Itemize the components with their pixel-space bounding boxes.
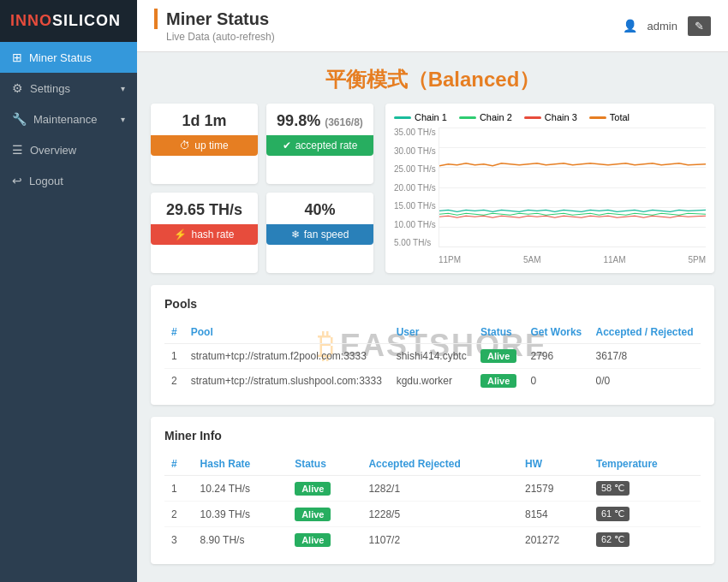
- main-content: Miner Status Live Data (auto-refresh) 👤 …: [137, 0, 728, 582]
- col-num: #: [164, 321, 184, 344]
- sidebar-item-logout[interactable]: ↩ Logout: [0, 165, 137, 196]
- sidebar-item-label: Settings: [30, 82, 70, 95]
- accepted-icon: ✔: [283, 140, 291, 151]
- logo-text: INNOSILICON: [10, 12, 121, 29]
- sidebar-item-maintenance[interactable]: 🔧 Maintenance ▾: [0, 104, 137, 134]
- status-badge: Alive: [480, 349, 516, 363]
- page-subtitle: Live Data (auto-refresh): [154, 31, 275, 43]
- stats-chart-row: 1d 1m ⏱ up time 99.8% (3616/8) ✔ accepte…: [151, 104, 714, 273]
- col-status: Status: [288, 453, 361, 476]
- grid-line: [439, 187, 706, 188]
- sidebar: INNOSILICON ⊞ Miner Status ⚙ Settings ▾ …: [0, 0, 137, 582]
- pools-table: # Pool User Status Get Works Accepted / …: [164, 321, 701, 393]
- admin-label: admin: [647, 20, 677, 33]
- status-badge: Alive: [295, 482, 331, 496]
- fan-speed-value: 40%: [273, 201, 367, 219]
- sidebar-item-overview[interactable]: ☰ Overview: [0, 134, 137, 165]
- settings-icon: ⚙: [12, 81, 23, 95]
- pools-title: Pools: [164, 297, 701, 311]
- hash-rate-value: 29.65 TH/s: [158, 201, 251, 219]
- sidebar-item-label: Miner Status: [29, 51, 92, 64]
- temp-badge: 62 ℃: [596, 532, 630, 547]
- total-color: [589, 116, 606, 119]
- legend-chain2: Chain 2: [459, 112, 512, 122]
- chain3-color: [524, 116, 541, 119]
- col-num: #: [164, 453, 194, 476]
- content-area: 平衡模式（Balanced） 1d 1m ⏱ up time 99.8% (36…: [137, 52, 728, 582]
- uptime-value: 1d 1m: [158, 112, 251, 130]
- table-row: 2 stratum+tcp://stratum.slushpool.com:33…: [164, 369, 701, 394]
- grid-line: [439, 207, 706, 208]
- fan-icon: ❄: [291, 229, 300, 241]
- col-status: Status: [474, 321, 523, 344]
- stat-hash-rate: 29.65 TH/s ⚡ hash rate: [151, 193, 258, 273]
- sidebar-item-miner-status[interactable]: ⊞ Miner Status: [0, 42, 137, 73]
- temp-badge: 61 ℃: [596, 507, 630, 521]
- col-get-works: Get Works: [523, 321, 588, 344]
- grid-line: [439, 227, 706, 228]
- chain2-color: [459, 116, 476, 119]
- status-badge: Alive: [295, 508, 331, 521]
- x-axis-labels: 11PM 5AM 11AM 5PM: [439, 255, 706, 264]
- col-accepted-rejected: Accepted / Rejected: [589, 321, 701, 344]
- edit-button[interactable]: ✎: [688, 16, 711, 36]
- balance-mode-label: 平衡模式（Balanced）: [151, 66, 714, 93]
- grid-line: [439, 167, 706, 168]
- maintenance-icon: 🔧: [12, 112, 27, 126]
- pools-section: Pools ₿ EASTSHORE # Pool User Status Get…: [151, 285, 714, 405]
- legend-chain1: Chain 1: [394, 112, 447, 122]
- miner-info-section: Miner Info # Hash Rate Status Accepted R…: [151, 417, 714, 564]
- col-temperature: Temperature: [589, 453, 701, 476]
- chart-area: 35.00 TH/s 30.00 TH/s 25.00 TH/s 20.00 T…: [394, 128, 706, 264]
- top-right: 👤 admin ✎: [623, 16, 711, 36]
- accepted-rate-label: ✔ accepted rate: [266, 135, 373, 156]
- miner-info-table: # Hash Rate Status Accepted Rejected HW …: [164, 453, 701, 552]
- chart-plot-area: [439, 128, 706, 247]
- logo: INNOSILICON: [0, 0, 137, 42]
- miner-info-title: Miner Info: [164, 429, 701, 442]
- col-accepted-rejected: Accepted Rejected: [361, 453, 518, 476]
- chevron-down-icon: ▾: [121, 84, 125, 93]
- stat-uptime: 1d 1m ⏱ up time: [151, 104, 258, 184]
- sidebar-item-settings[interactable]: ⚙ Settings ▾: [0, 73, 137, 104]
- table-row: 1 stratum+tcp://stratum.f2pool.com:3333 …: [164, 344, 701, 369]
- page-title: Miner Status: [154, 9, 269, 29]
- legend-chain3: Chain 3: [524, 112, 577, 122]
- chevron-down-icon: ▾: [121, 115, 125, 124]
- hash-rate-label: ⚡ hash rate: [151, 224, 258, 245]
- topbar: Miner Status Live Data (auto-refresh) 👤 …: [137, 0, 728, 52]
- col-pool: Pool: [184, 321, 390, 344]
- y-axis-labels: 35.00 TH/s 30.00 TH/s 25.00 TH/s 20.00 T…: [394, 128, 439, 247]
- sidebar-item-label: Logout: [29, 175, 63, 187]
- title-area: Miner Status Live Data (auto-refresh): [154, 9, 275, 43]
- col-hw: HW: [518, 453, 589, 476]
- stat-accepted-rate: 99.8% (3616/8) ✔ accepted rate: [266, 104, 373, 184]
- uptime-icon: ⏱: [180, 140, 190, 151]
- status-badge: Alive: [480, 374, 516, 388]
- sidebar-item-label: Maintenance: [33, 113, 97, 126]
- hash-rate-chart: Chain 1 Chain 2 Chain 3 Total: [385, 104, 714, 273]
- table-row: 2 10.39 TH/s Alive 1228/5 8154 61 ℃: [164, 502, 701, 527]
- chart-legend: Chain 1 Chain 2 Chain 3 Total: [394, 112, 706, 122]
- miner-status-icon: ⊞: [12, 50, 22, 64]
- overview-icon: ☰: [12, 143, 23, 157]
- table-row: 1 10.24 TH/s Alive 1282/1 21579 58 ℃: [164, 476, 701, 502]
- temp-badge: 58 ℃: [596, 481, 630, 496]
- accepted-rate-value: 99.8% (3616/8): [273, 112, 367, 130]
- grid-line: [439, 147, 706, 148]
- hash-icon: ⚡: [174, 229, 187, 241]
- legend-total: Total: [589, 112, 630, 122]
- uptime-label: ⏱ up time: [151, 135, 258, 156]
- stat-fan-speed: 40% ❄ fan speed: [266, 193, 373, 273]
- status-badge: Alive: [295, 533, 331, 547]
- sidebar-item-label: Overview: [30, 144, 76, 157]
- col-user: User: [390, 321, 474, 344]
- col-hash-rate: Hash Rate: [194, 453, 289, 476]
- logout-icon: ↩: [12, 174, 22, 187]
- grid-line: [439, 128, 706, 128]
- user-icon: 👤: [623, 19, 637, 33]
- chain1-color: [394, 116, 411, 119]
- stats-grid: 1d 1m ⏱ up time 99.8% (3616/8) ✔ accepte…: [151, 104, 373, 273]
- table-row: 3 8.90 TH/s Alive 1107/2 201272 62 ℃: [164, 527, 701, 553]
- fan-speed-label: ❄ fan speed: [266, 224, 373, 245]
